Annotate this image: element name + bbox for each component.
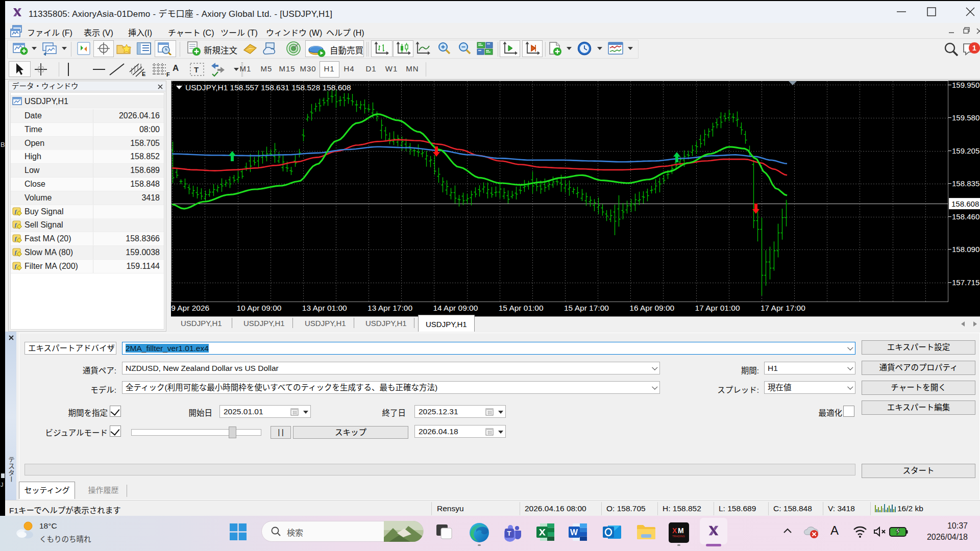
svg-text:13 Apr 01:00: 13 Apr 01:00	[302, 304, 347, 312]
svg-text:159.580: 159.580	[952, 113, 979, 122]
svg-text:158.835: 158.835	[952, 179, 979, 188]
svg-text:TRADING: TRADING	[672, 535, 685, 538]
svg-text:17 Apr 01:00: 17 Apr 01:00	[695, 304, 740, 312]
svg-text:T: T	[194, 65, 199, 74]
svg-text:157.715: 157.715	[952, 278, 979, 287]
svg-text:E: E	[142, 71, 145, 77]
svg-text:USDJPY,H1 158.557 158.631 158: USDJPY,H1 158.557 158.631 158.528 158.60…	[185, 83, 351, 92]
svg-text:158.460: 158.460	[952, 212, 979, 221]
svg-text:17 Apr 17:00: 17 Apr 17:00	[761, 304, 805, 312]
svg-text:158.090: 158.090	[952, 245, 979, 254]
svg-text:159.205: 159.205	[952, 146, 979, 155]
svg-text:159.950: 159.950	[952, 81, 979, 89]
svg-text:14 Apr 09:00: 14 Apr 09:00	[433, 304, 478, 312]
svg-text:158.608: 158.608	[951, 199, 979, 208]
svg-text:10 Apr 09:00: 10 Apr 09:00	[237, 304, 282, 312]
svg-text:13 Apr 17:00: 13 Apr 17:00	[368, 304, 412, 312]
svg-text:X: X	[672, 527, 677, 535]
svg-text:9 Apr 2026: 9 Apr 2026	[171, 304, 209, 312]
svg-text:M: M	[678, 527, 684, 535]
svg-text:15 Apr 17:00: 15 Apr 17:00	[564, 304, 609, 312]
svg-text:F: F	[166, 71, 170, 77]
svg-text:15 Apr 01:00: 15 Apr 01:00	[499, 304, 544, 312]
svg-text:16 Apr 09:00: 16 Apr 09:00	[629, 304, 674, 312]
svg-text:T: T	[507, 530, 511, 537]
